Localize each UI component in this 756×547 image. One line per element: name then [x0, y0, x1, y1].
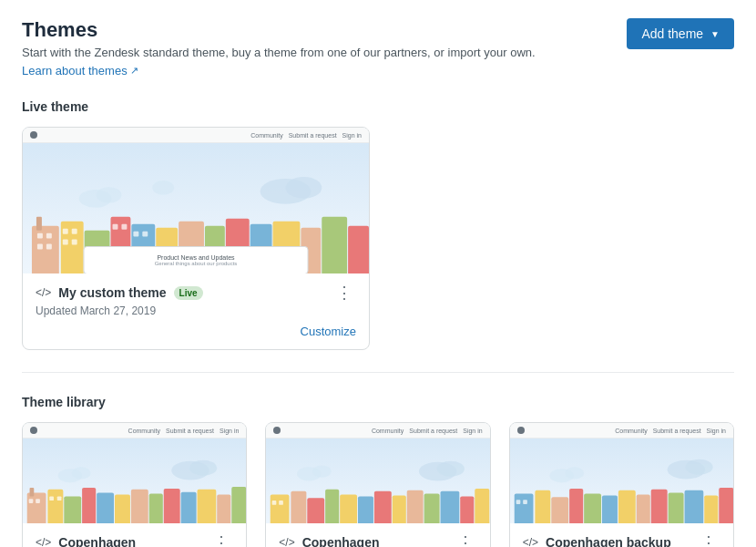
svg-rect-52 — [36, 500, 40, 504]
live-badge: Live — [174, 286, 203, 300]
svg-rect-31 — [142, 231, 148, 236]
mini-chrome-0: Community Submit a request Sign in — [23, 423, 246, 439]
svg-rect-68 — [407, 490, 424, 523]
svg-rect-42 — [97, 493, 114, 523]
svg-rect-66 — [374, 491, 392, 523]
svg-rect-23 — [46, 243, 52, 249]
svg-rect-88 — [650, 490, 667, 523]
theme-library-section: Theme library Community Submit a request… — [22, 395, 734, 547]
card-2-footer: </> Copenhagen backup ⋮ Updated October … — [510, 523, 733, 547]
svg-rect-60 — [271, 495, 290, 523]
card-0-footer: </> Copenhagen ⋮ Updated May 13, 2020 Cu… — [23, 523, 246, 547]
theme-card-2-preview: Community Submit a request Sign in — [510, 423, 733, 523]
live-theme-name: My custom theme — [58, 285, 166, 300]
external-link-icon: ↗ — [130, 65, 138, 77]
svg-rect-81 — [535, 490, 550, 523]
svg-rect-74 — [279, 501, 283, 505]
svg-point-4 — [152, 181, 174, 195]
more-options-button-1[interactable]: ⋮ — [454, 534, 477, 547]
card-footer-bottom: Customize — [36, 325, 356, 338]
browser-dot-1 — [273, 427, 281, 434]
svg-point-79 — [565, 468, 584, 480]
card-footer-left: </> My custom theme Live — [36, 285, 203, 300]
browser-dot-0 — [30, 427, 37, 434]
card-2-name: Copenhagen backup — [546, 535, 671, 547]
svg-rect-44 — [131, 490, 148, 523]
svg-rect-48 — [198, 490, 217, 523]
more-options-button-2[interactable]: ⋮ — [697, 534, 720, 547]
svg-point-36 — [72, 468, 91, 480]
svg-rect-43 — [115, 495, 130, 523]
add-theme-button[interactable]: Add theme ▼ — [627, 18, 734, 49]
code-icon-2: </> — [523, 536, 538, 547]
svg-rect-69 — [424, 494, 440, 523]
svg-rect-63 — [325, 490, 339, 523]
svg-point-3 — [97, 187, 122, 203]
svg-rect-40 — [64, 497, 81, 523]
svg-rect-5 — [32, 225, 59, 274]
svg-rect-80 — [514, 494, 533, 523]
live-theme-section: Live theme Community Submit a request Si… — [22, 99, 734, 350]
svg-rect-26 — [63, 239, 68, 244]
svg-rect-86 — [618, 490, 636, 523]
svg-rect-92 — [719, 488, 733, 523]
theme-card-0: Community Submit a request Sign in — [22, 422, 247, 547]
more-options-button-0[interactable]: ⋮ — [209, 534, 233, 547]
svg-point-77 — [685, 459, 712, 475]
svg-rect-73 — [272, 501, 277, 505]
header-left: Themes Start with the Zendesk standard t… — [22, 18, 536, 77]
svg-rect-30 — [133, 231, 138, 236]
browser-dot-2 — [517, 427, 525, 434]
live-theme-footer: </> My custom theme Live ⋮ Updated March… — [23, 274, 369, 349]
svg-rect-22 — [37, 243, 43, 249]
svg-rect-54 — [57, 497, 62, 501]
live-theme-card: Community Submit a request Sign in — [22, 127, 370, 350]
svg-point-57 — [437, 461, 465, 477]
city-illustration-2 — [510, 439, 733, 523]
more-options-button[interactable]: ⋮ — [332, 284, 356, 301]
svg-rect-67 — [393, 496, 406, 523]
svg-rect-18 — [322, 216, 347, 274]
page-description: Start with the Zendesk standard theme, b… — [22, 46, 536, 59]
svg-point-34 — [189, 460, 217, 476]
svg-rect-45 — [149, 494, 163, 523]
svg-rect-28 — [112, 223, 117, 229]
live-theme-updated: Updated March 27, 2019 — [36, 304, 356, 317]
live-theme-label: Live theme — [22, 99, 734, 114]
theme-card-1: Community Submit a request Sign in — [265, 422, 490, 547]
code-icon-0: </> — [36, 536, 51, 547]
svg-rect-29 — [121, 223, 127, 229]
mini-chrome-1: Community Submit a request Sign in — [266, 423, 489, 439]
svg-rect-47 — [181, 492, 197, 523]
svg-rect-41 — [82, 488, 96, 523]
card-footer-top: </> My custom theme Live ⋮ — [36, 284, 356, 301]
learn-link[interactable]: Learn about themes ↗ — [22, 64, 138, 77]
live-theme-preview: Community Submit a request Sign in — [23, 128, 369, 274]
svg-rect-38 — [30, 488, 35, 496]
theme-card-2: Community Submit a request Sign in — [509, 422, 734, 547]
svg-rect-61 — [291, 491, 307, 523]
chevron-down-icon: ▼ — [710, 29, 720, 39]
code-icon-1: </> — [279, 536, 294, 547]
page-header: Themes Start with the Zendesk standard t… — [22, 18, 734, 77]
svg-point-59 — [312, 466, 332, 478]
city-illustration: Product News and Updates General things … — [23, 143, 369, 274]
page-container: Themes Start with the Zendesk standard t… — [0, 0, 756, 547]
theme-card-0-preview: Community Submit a request Sign in — [23, 423, 246, 523]
theme-grid: Community Submit a request Sign in — [22, 422, 734, 547]
card-0-name: Copenhagen — [58, 535, 136, 547]
card-1-name: Copenhagen — [302, 535, 380, 547]
svg-rect-84 — [584, 494, 601, 523]
browser-dot — [30, 131, 37, 139]
svg-rect-91 — [704, 496, 718, 523]
svg-rect-71 — [461, 497, 475, 523]
svg-rect-24 — [63, 228, 68, 233]
page-title: Themes — [22, 18, 536, 42]
svg-rect-72 — [475, 489, 490, 523]
card-1-footer: </> Copenhagen ⋮ Updated April 28, 2020 … — [266, 523, 489, 547]
live-theme-customize-link[interactable]: Customize — [301, 325, 356, 338]
theme-card-1-preview: Community Submit a request Sign in — [266, 423, 489, 523]
svg-rect-20 — [37, 232, 43, 238]
svg-rect-85 — [602, 496, 618, 523]
svg-rect-49 — [217, 495, 230, 523]
